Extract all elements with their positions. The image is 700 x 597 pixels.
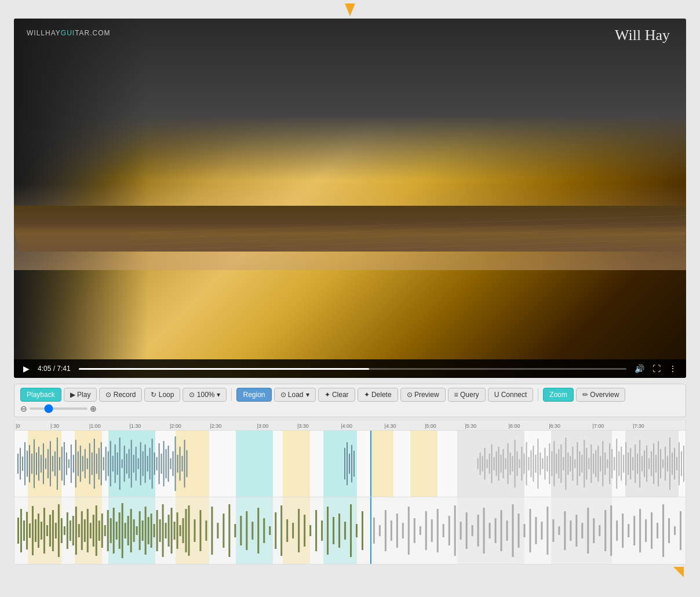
video-progress-bar[interactable] [79, 368, 626, 370]
svg-rect-232 [180, 525, 181, 536]
svg-rect-293 [529, 509, 531, 552]
svg-rect-251 [280, 505, 282, 556]
svg-rect-292 [523, 524, 525, 537]
svg-rect-44 [103, 457, 104, 471]
svg-rect-126 [570, 456, 571, 472]
svg-rect-308 [616, 520, 618, 541]
svg-rect-82 [347, 442, 348, 485]
svg-rect-26 [61, 447, 63, 480]
svg-rect-216 [133, 519, 135, 542]
clear-button[interactable]: ✦ Clear [318, 388, 355, 402]
load-button[interactable]: ⊙ Load ▾ [274, 388, 316, 402]
svg-rect-305 [599, 525, 600, 536]
preview-button[interactable]: ⊙ Preview [400, 388, 446, 402]
svg-rect-255 [304, 515, 305, 547]
zoom-slider[interactable] [30, 407, 88, 410]
svg-rect-298 [558, 526, 560, 535]
svg-rect-136 [593, 454, 594, 474]
track-upper[interactable] [14, 431, 686, 497]
svg-rect-92 [491, 445, 493, 483]
connect-button[interactable]: U Connect [488, 388, 534, 402]
play-button[interactable]: ▶ Play [64, 388, 97, 402]
video-frame[interactable]: WILLHAYGUITAR.COM Will Hay [14, 19, 686, 378]
svg-rect-56 [131, 440, 132, 487]
svg-rect-288 [501, 510, 502, 551]
svg-rect-174 [681, 452, 682, 476]
svg-rect-196 [75, 507, 77, 555]
svg-rect-24 [57, 438, 58, 490]
svg-rect-122 [560, 445, 562, 483]
svg-rect-219 [142, 520, 144, 541]
waveform-area[interactable]: |0 |:30 |1:00 |1:30 |2:00 |2:30 |3:00 |3… [14, 420, 686, 565]
zoom-button[interactable]: Zoom [543, 388, 574, 402]
svg-rect-11 [27, 451, 28, 477]
svg-rect-246 [251, 522, 253, 540]
svg-rect-192 [64, 526, 65, 535]
svg-rect-217 [136, 526, 138, 535]
video-progress-fill [79, 368, 369, 370]
svg-rect-315 [657, 523, 658, 538]
svg-rect-142 [607, 460, 608, 468]
zoom-in-icon[interactable]: ⊕ [90, 404, 97, 413]
ruler-tick-230: |2:30 [210, 423, 221, 429]
svg-rect-99 [508, 443, 509, 484]
track-lower[interactable] [14, 497, 686, 564]
svg-rect-139 [600, 456, 601, 472]
svg-rect-282 [466, 512, 468, 549]
loop-button[interactable]: ↻ Loop [144, 388, 180, 402]
svg-rect-140 [602, 441, 603, 486]
svg-rect-96 [501, 455, 502, 473]
volume-icon[interactable]: 🔊 [635, 364, 644, 373]
svg-rect-66 [154, 453, 155, 475]
fullscreen-icon[interactable]: ⛶ [652, 364, 661, 373]
speed-button[interactable]: ⊙ 100% ▾ [183, 388, 227, 402]
svg-rect-145 [614, 457, 615, 471]
svg-rect-201 [90, 523, 92, 538]
svg-rect-188 [52, 510, 54, 551]
waveform-tracks[interactable] [14, 431, 686, 564]
svg-rect-291 [518, 514, 520, 548]
svg-rect-183 [38, 514, 39, 548]
toolbar-separator-2 [538, 388, 538, 401]
ruler-tick-730: |7:30 [633, 423, 644, 429]
overview-button[interactable]: ✏ Overview [576, 388, 625, 402]
video-play-button[interactable]: ▶ [23, 364, 30, 373]
svg-rect-254 [298, 509, 300, 552]
timeline-ruler: |0 |:30 |1:00 |1:30 |2:00 |2:30 |3:00 |3… [14, 420, 686, 431]
svg-rect-154 [635, 445, 636, 483]
svg-rect-274 [420, 526, 421, 535]
svg-rect-177 [20, 509, 22, 552]
svg-rect-43 [101, 442, 102, 485]
svg-rect-194 [70, 520, 71, 541]
svg-rect-14 [34, 439, 35, 488]
svg-rect-208 [110, 518, 112, 543]
svg-rect-300 [570, 520, 571, 541]
svg-rect-206 [104, 525, 106, 536]
ruler-tick-130: |1:30 [130, 423, 141, 429]
svg-rect-47 [110, 441, 111, 486]
zoom-out-icon[interactable]: ⊖ [20, 404, 27, 413]
playback-button[interactable]: Playback [20, 388, 61, 402]
svg-rect-185 [43, 508, 45, 554]
query-button[interactable]: ≡ Query [448, 388, 486, 402]
ruler-tick-2m: |2:00 [170, 423, 181, 429]
delete-button[interactable]: ✦ Delete [358, 388, 398, 402]
svg-rect-133 [586, 448, 587, 480]
svg-rect-204 [99, 520, 100, 541]
svg-rect-89 [484, 448, 486, 480]
svg-rect-160 [648, 458, 650, 469]
svg-rect-184 [41, 522, 42, 540]
svg-rect-191 [61, 518, 63, 543]
svg-rect-7 [17, 454, 19, 474]
svg-rect-90 [487, 460, 488, 468]
region-button[interactable]: Region [236, 388, 271, 402]
ruler-tick-6m: |6:00 [509, 423, 520, 429]
svg-rect-233 [183, 518, 184, 543]
video-time-display: 4:05 / 7:41 [38, 365, 71, 373]
more-options-icon[interactable]: ⋮ [669, 364, 677, 373]
svg-rect-62 [145, 445, 146, 483]
svg-rect-263 [350, 504, 352, 557]
svg-rect-166 [662, 460, 663, 468]
ruler-tick-0: |0 [16, 423, 20, 429]
record-button[interactable]: ⊙ Record [99, 388, 142, 402]
